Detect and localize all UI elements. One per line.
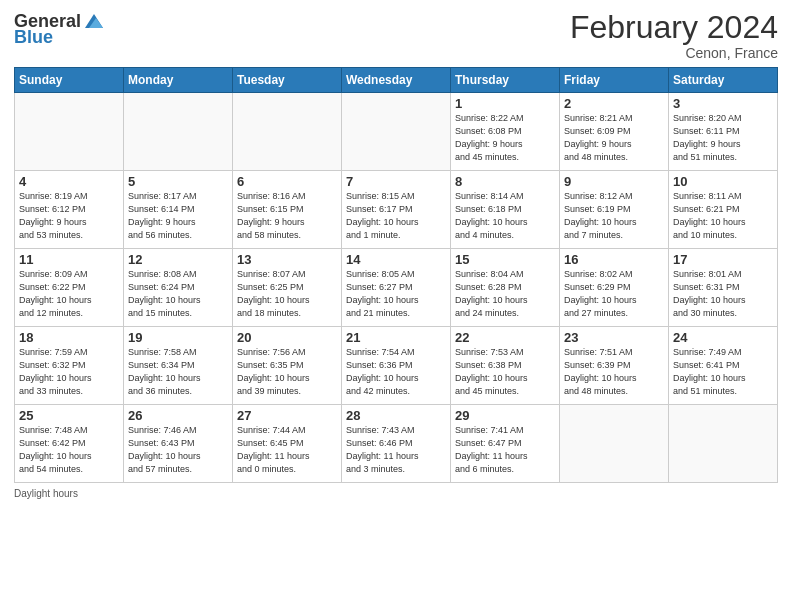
day-info: Sunrise: 7:46 AM Sunset: 6:43 PM Dayligh… — [128, 424, 228, 476]
calendar-cell: 18Sunrise: 7:59 AM Sunset: 6:32 PM Dayli… — [15, 327, 124, 405]
day-info: Sunrise: 7:43 AM Sunset: 6:46 PM Dayligh… — [346, 424, 446, 476]
calendar-cell: 15Sunrise: 8:04 AM Sunset: 6:28 PM Dayli… — [451, 249, 560, 327]
day-number: 26 — [128, 408, 228, 423]
day-number: 1 — [455, 96, 555, 111]
calendar-cell: 9Sunrise: 8:12 AM Sunset: 6:19 PM Daylig… — [560, 171, 669, 249]
calendar-cell — [233, 93, 342, 171]
day-info: Sunrise: 8:16 AM Sunset: 6:15 PM Dayligh… — [237, 190, 337, 242]
day-number: 23 — [564, 330, 664, 345]
day-info: Sunrise: 7:56 AM Sunset: 6:35 PM Dayligh… — [237, 346, 337, 398]
day-number: 19 — [128, 330, 228, 345]
day-info: Sunrise: 7:53 AM Sunset: 6:38 PM Dayligh… — [455, 346, 555, 398]
calendar-cell: 5Sunrise: 8:17 AM Sunset: 6:14 PM Daylig… — [124, 171, 233, 249]
day-number: 15 — [455, 252, 555, 267]
day-info: Sunrise: 8:15 AM Sunset: 6:17 PM Dayligh… — [346, 190, 446, 242]
day-number: 29 — [455, 408, 555, 423]
day-number: 6 — [237, 174, 337, 189]
location: Cenon, France — [570, 45, 778, 61]
day-info: Sunrise: 7:54 AM Sunset: 6:36 PM Dayligh… — [346, 346, 446, 398]
logo: General Blue — [14, 10, 105, 46]
day-info: Sunrise: 7:44 AM Sunset: 6:45 PM Dayligh… — [237, 424, 337, 476]
day-info: Sunrise: 8:19 AM Sunset: 6:12 PM Dayligh… — [19, 190, 119, 242]
calendar-table: Sunday Monday Tuesday Wednesday Thursday… — [14, 67, 778, 483]
day-number: 13 — [237, 252, 337, 267]
calendar-cell: 16Sunrise: 8:02 AM Sunset: 6:29 PM Dayli… — [560, 249, 669, 327]
calendar-cell: 3Sunrise: 8:20 AM Sunset: 6:11 PM Daylig… — [669, 93, 778, 171]
calendar-week-5: 25Sunrise: 7:48 AM Sunset: 6:42 PM Dayli… — [15, 405, 778, 483]
day-info: Sunrise: 7:49 AM Sunset: 6:41 PM Dayligh… — [673, 346, 773, 398]
calendar-cell: 21Sunrise: 7:54 AM Sunset: 6:36 PM Dayli… — [342, 327, 451, 405]
footer: Daylight hours — [14, 488, 778, 499]
calendar-cell: 27Sunrise: 7:44 AM Sunset: 6:45 PM Dayli… — [233, 405, 342, 483]
header-tuesday: Tuesday — [233, 68, 342, 93]
day-number: 5 — [128, 174, 228, 189]
day-info: Sunrise: 8:22 AM Sunset: 6:08 PM Dayligh… — [455, 112, 555, 164]
day-number: 11 — [19, 252, 119, 267]
calendar-cell: 4Sunrise: 8:19 AM Sunset: 6:12 PM Daylig… — [15, 171, 124, 249]
day-number: 16 — [564, 252, 664, 267]
day-number: 7 — [346, 174, 446, 189]
day-info: Sunrise: 8:12 AM Sunset: 6:19 PM Dayligh… — [564, 190, 664, 242]
calendar-cell: 7Sunrise: 8:15 AM Sunset: 6:17 PM Daylig… — [342, 171, 451, 249]
calendar-cell: 12Sunrise: 8:08 AM Sunset: 6:24 PM Dayli… — [124, 249, 233, 327]
calendar-cell: 28Sunrise: 7:43 AM Sunset: 6:46 PM Dayli… — [342, 405, 451, 483]
day-info: Sunrise: 8:11 AM Sunset: 6:21 PM Dayligh… — [673, 190, 773, 242]
header-friday: Friday — [560, 68, 669, 93]
day-info: Sunrise: 8:04 AM Sunset: 6:28 PM Dayligh… — [455, 268, 555, 320]
day-info: Sunrise: 7:41 AM Sunset: 6:47 PM Dayligh… — [455, 424, 555, 476]
day-info: Sunrise: 8:21 AM Sunset: 6:09 PM Dayligh… — [564, 112, 664, 164]
day-number: 24 — [673, 330, 773, 345]
day-number: 25 — [19, 408, 119, 423]
calendar-cell: 6Sunrise: 8:16 AM Sunset: 6:15 PM Daylig… — [233, 171, 342, 249]
day-number: 12 — [128, 252, 228, 267]
calendar-cell: 29Sunrise: 7:41 AM Sunset: 6:47 PM Dayli… — [451, 405, 560, 483]
calendar-cell: 11Sunrise: 8:09 AM Sunset: 6:22 PM Dayli… — [15, 249, 124, 327]
day-info: Sunrise: 8:08 AM Sunset: 6:24 PM Dayligh… — [128, 268, 228, 320]
calendar-cell — [124, 93, 233, 171]
day-number: 14 — [346, 252, 446, 267]
calendar-cell: 19Sunrise: 7:58 AM Sunset: 6:34 PM Dayli… — [124, 327, 233, 405]
header: General Blue February 2024 Cenon, France — [14, 10, 778, 61]
day-info: Sunrise: 8:09 AM Sunset: 6:22 PM Dayligh… — [19, 268, 119, 320]
calendar-week-2: 4Sunrise: 8:19 AM Sunset: 6:12 PM Daylig… — [15, 171, 778, 249]
day-number: 10 — [673, 174, 773, 189]
calendar-cell: 17Sunrise: 8:01 AM Sunset: 6:31 PM Dayli… — [669, 249, 778, 327]
day-info: Sunrise: 8:07 AM Sunset: 6:25 PM Dayligh… — [237, 268, 337, 320]
calendar-cell: 13Sunrise: 8:07 AM Sunset: 6:25 PM Dayli… — [233, 249, 342, 327]
calendar-cell: 20Sunrise: 7:56 AM Sunset: 6:35 PM Dayli… — [233, 327, 342, 405]
day-number: 22 — [455, 330, 555, 345]
day-info: Sunrise: 8:02 AM Sunset: 6:29 PM Dayligh… — [564, 268, 664, 320]
header-wednesday: Wednesday — [342, 68, 451, 93]
day-info: Sunrise: 7:48 AM Sunset: 6:42 PM Dayligh… — [19, 424, 119, 476]
day-number: 3 — [673, 96, 773, 111]
calendar-cell: 1Sunrise: 8:22 AM Sunset: 6:08 PM Daylig… — [451, 93, 560, 171]
calendar-header-row: Sunday Monday Tuesday Wednesday Thursday… — [15, 68, 778, 93]
calendar-cell: 14Sunrise: 8:05 AM Sunset: 6:27 PM Dayli… — [342, 249, 451, 327]
day-info: Sunrise: 8:20 AM Sunset: 6:11 PM Dayligh… — [673, 112, 773, 164]
day-number: 20 — [237, 330, 337, 345]
header-monday: Monday — [124, 68, 233, 93]
day-number: 9 — [564, 174, 664, 189]
day-number: 4 — [19, 174, 119, 189]
calendar-cell: 8Sunrise: 8:14 AM Sunset: 6:18 PM Daylig… — [451, 171, 560, 249]
calendar-week-4: 18Sunrise: 7:59 AM Sunset: 6:32 PM Dayli… — [15, 327, 778, 405]
day-number: 28 — [346, 408, 446, 423]
day-info: Sunrise: 8:14 AM Sunset: 6:18 PM Dayligh… — [455, 190, 555, 242]
daylight-label: Daylight hours — [14, 488, 78, 499]
day-info: Sunrise: 8:17 AM Sunset: 6:14 PM Dayligh… — [128, 190, 228, 242]
calendar-cell — [560, 405, 669, 483]
day-number: 2 — [564, 96, 664, 111]
header-saturday: Saturday — [669, 68, 778, 93]
logo-icon — [83, 10, 105, 32]
calendar-cell — [15, 93, 124, 171]
day-number: 8 — [455, 174, 555, 189]
calendar-cell — [342, 93, 451, 171]
calendar-cell: 22Sunrise: 7:53 AM Sunset: 6:38 PM Dayli… — [451, 327, 560, 405]
calendar-cell: 2Sunrise: 8:21 AM Sunset: 6:09 PM Daylig… — [560, 93, 669, 171]
title-block: February 2024 Cenon, France — [570, 10, 778, 61]
day-info: Sunrise: 7:58 AM Sunset: 6:34 PM Dayligh… — [128, 346, 228, 398]
day-info: Sunrise: 8:05 AM Sunset: 6:27 PM Dayligh… — [346, 268, 446, 320]
calendar-cell — [669, 405, 778, 483]
page-container: General Blue February 2024 Cenon, France… — [0, 0, 792, 507]
header-thursday: Thursday — [451, 68, 560, 93]
